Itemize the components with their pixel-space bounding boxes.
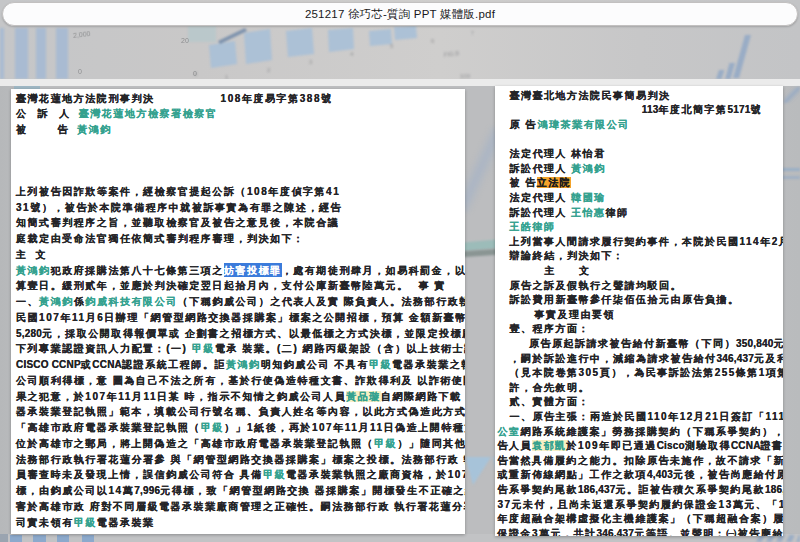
svg-text:5: 5 [390,43,394,49]
svg-text:3: 3 [309,59,313,65]
svg-text:2: 2 [267,67,271,73]
svg-text:6: 6 [431,38,435,44]
svg-text:7: 7 [471,30,474,36]
svg-text:4: 4 [350,51,354,57]
svg-text:FIG.B: FIG.B [443,50,459,58]
